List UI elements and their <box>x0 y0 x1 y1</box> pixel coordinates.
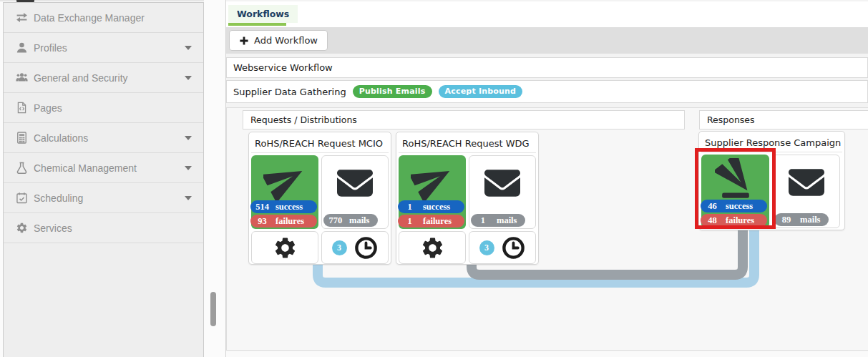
sidebar-scrollbar-thumb[interactable] <box>210 292 216 326</box>
distribution-node-tile[interactable]: 514 success 93 failures <box>251 155 318 229</box>
card-node-tiles: 514 success 93 failures 770 mails <box>251 155 389 229</box>
schedule-action-tile[interactable]: 3 <box>469 231 536 264</box>
sidebar-item-label: Profiles <box>34 42 179 54</box>
mails-count-pill: 770 mails <box>323 214 378 227</box>
failures-count-pill: 1 failures <box>398 215 464 228</box>
envelope-icon <box>786 165 826 200</box>
card-action-tiles: 3 <box>251 231 389 264</box>
sidebar-item-data-exchange-manager[interactable]: Data Exchange Manager <box>4 3 203 33</box>
calendar-check-icon <box>16 192 28 204</box>
responses-header: Responses <box>699 110 868 129</box>
calculator-icon <box>16 132 28 144</box>
tab-bar: Workflows <box>226 1 868 27</box>
sidebar-item-calculations[interactable]: Calculations <box>4 123 203 153</box>
workflow-row-supplier-title: Supplier Data Gathering <box>233 87 346 97</box>
sidebar-item-chemical-management[interactable]: Chemical Management <box>4 153 203 183</box>
failures-count-pill: 93 failures <box>250 215 317 228</box>
success-count-pill: 1 success <box>398 200 464 213</box>
card-title: RoHS/REACH Request MCIO <box>251 135 389 153</box>
tab-workflows-label: Workflows <box>237 9 289 19</box>
send-plane-icon <box>263 159 306 202</box>
sidebar-item-label: Data Exchange Manager <box>34 12 192 24</box>
mails-node-tile[interactable]: 1 mails <box>469 155 536 229</box>
workflow-canvas: Requests / Distributions Responses RoHS/… <box>226 107 868 351</box>
card-title: RoHS/REACH Request WDG <box>399 135 536 153</box>
sidebar: Data Exchange Manager Profiles General a… <box>3 2 204 357</box>
mails-count: 89 <box>777 215 796 225</box>
mails-node-tile[interactable]: 770 mails <box>321 155 389 229</box>
mails-label: mails <box>497 215 522 226</box>
success-count: 1 <box>398 202 421 212</box>
mails-label: mails <box>349 215 375 226</box>
mails-count: 770 <box>326 215 345 226</box>
publish-emails-badge: Publish Emails <box>353 85 432 98</box>
add-workflow-button[interactable]: Add Workflow <box>229 30 328 51</box>
highlight-selection-box <box>695 148 776 229</box>
user-icon <box>16 41 28 54</box>
envelope-icon <box>482 165 522 201</box>
accept-inbound-badge: Accept Inbound <box>439 85 523 98</box>
sidebar-item-pages[interactable]: Pages <box>4 93 203 123</box>
gear-icon <box>16 222 28 234</box>
sidebar-item-label: Pages <box>34 102 192 114</box>
distribution-node-tile[interactable]: 1 success 1 failures <box>399 155 466 229</box>
settings-action-tile[interactable] <box>251 231 318 264</box>
mails-count: 1 <box>474 215 492 226</box>
failures-label: failures <box>423 216 459 227</box>
chevron-down-icon <box>185 196 192 200</box>
responses-header-label: Responses <box>707 114 755 125</box>
schedule-count-badge: 3 <box>479 240 494 255</box>
users-icon <box>16 72 28 84</box>
success-count: 514 <box>250 202 274 212</box>
flask-icon <box>16 162 28 174</box>
main-content: Workflows Add Workflow Webservice Workfl… <box>225 0 868 357</box>
workflow-row-supplier-data-gathering[interactable]: Supplier Data Gathering Publish Emails A… <box>226 80 868 103</box>
sidebar-scrollbar-track[interactable] <box>204 0 225 357</box>
workflow-card-rohs-reach-request-wdg[interactable]: RoHS/REACH Request WDG 1 success 1 failu… <box>396 132 539 265</box>
chevron-down-icon <box>185 136 192 140</box>
send-plane-icon <box>411 159 454 202</box>
sidebar-item-label: Chemical Management <box>34 162 179 174</box>
failures-label: failures <box>275 216 311 227</box>
clock-icon <box>501 235 526 260</box>
add-workflow-label: Add Workflow <box>254 35 318 46</box>
card-node-tiles: 1 success 1 failures 1 mails <box>399 155 536 229</box>
mails-node-tile[interactable]: 89 mails <box>772 155 840 228</box>
chevron-down-icon <box>185 46 192 50</box>
requests-header-label: Requests / Distributions <box>250 114 357 125</box>
mails-count-pill: 1 mails <box>471 214 525 227</box>
sidebar-item-label: Scheduling <box>34 192 179 204</box>
schedule-action-tile[interactable]: 3 <box>321 231 389 264</box>
sidebar-item-scheduling[interactable]: Scheduling <box>4 183 203 213</box>
gear-icon <box>420 235 445 260</box>
clock-icon <box>353 235 379 260</box>
success-label: success <box>275 202 310 212</box>
sidebar-item-general-and-security[interactable]: General and Security <box>4 63 203 93</box>
requests-distributions-header: Requests / Distributions <box>243 110 685 129</box>
workflow-row-webservice[interactable]: Webservice Workflow <box>226 57 868 78</box>
plus-icon <box>239 36 249 46</box>
schedule-count-badge: 3 <box>332 240 347 255</box>
toolbar: Add Workflow <box>226 27 868 54</box>
failures-count: 93 <box>250 216 274 227</box>
success-label: success <box>423 202 457 212</box>
sidebar-item-profiles[interactable]: Profiles <box>4 33 203 63</box>
sidebar-item-label: General and Security <box>34 72 179 84</box>
card-action-tiles: 3 <box>399 231 536 264</box>
bottom-margin <box>226 351 868 357</box>
gear-icon <box>273 235 298 260</box>
page-icon <box>16 102 28 114</box>
envelope-icon <box>335 165 375 201</box>
tab-workflows[interactable]: Workflows <box>228 5 298 23</box>
chevron-down-icon <box>185 166 192 170</box>
workflow-row-webservice-title: Webservice Workflow <box>233 62 333 73</box>
workflow-card-rohs-reach-request-mcio[interactable]: RoHS/REACH Request MCIO 514 success 93 f… <box>248 132 391 265</box>
exchange-icon <box>16 11 28 24</box>
settings-action-tile[interactable] <box>399 231 466 264</box>
chevron-down-icon <box>185 76 192 80</box>
success-count-pill: 514 success <box>250 200 317 213</box>
app-root: Data Exchange Manager Profiles General a… <box>0 0 868 357</box>
sidebar-item-services[interactable]: Services <box>4 213 203 243</box>
mails-label: mails <box>800 215 826 225</box>
tab-active-underline <box>228 23 286 26</box>
